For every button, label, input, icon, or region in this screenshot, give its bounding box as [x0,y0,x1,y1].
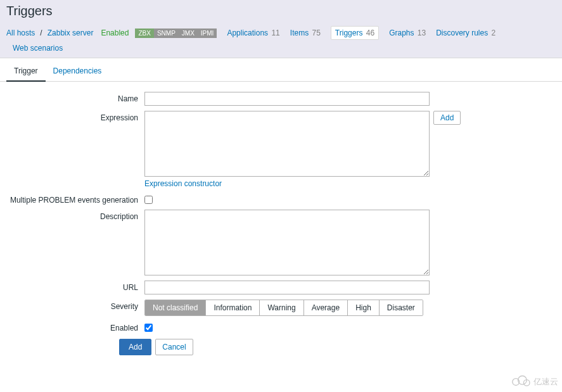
nav-applications-count: 11 [271,28,279,37]
tab-trigger[interactable]: Trigger [6,61,46,82]
label-severity: Severity [6,300,144,311]
expression-add-button[interactable]: Add [433,111,461,125]
nav-web-scenarios[interactable]: Web scenarios [13,44,63,53]
row-name: Name [6,92,556,106]
label-name: Name [6,92,144,103]
badge-zbx: ZBX [135,28,153,38]
breadcrumb-sep: / [40,28,42,37]
enabled-checkbox[interactable] [144,324,153,332]
nav-web-label: Web scenarios [13,44,63,53]
nav-graphs-label: Graphs [389,28,414,37]
add-button[interactable]: Add [119,339,151,355]
tabs: Trigger Dependencies [0,61,562,82]
nav-triggers-count: 46 [366,28,374,37]
expression-constructor-link[interactable]: Expression constructor [144,179,430,188]
url-input[interactable] [144,281,430,294]
label-enabled: Enabled [6,321,144,332]
severity-group: Not classified Information Warning Avera… [144,300,423,316]
page-title: Triggers [6,4,556,18]
row-multiple: Multiple PROBLEM events generation [6,193,556,205]
label-description: Description [6,210,144,221]
row-severity: Severity Not classified Information Warn… [6,300,556,316]
row-expression: Expression Expression constructor Add [6,111,556,188]
badge-snmp: SNMP [154,28,179,38]
multiple-checkbox[interactable] [144,196,153,204]
nav-discovery-count: 2 [492,28,496,37]
nav-triggers[interactable]: Triggers 46 [331,26,379,40]
badge-ipmi: IPMI [198,28,217,38]
protocol-badges: ZBX SNMP JMX IPMI [135,28,217,38]
nav-items[interactable]: Items 75 [290,28,321,37]
severity-information[interactable]: Information [206,300,260,315]
severity-not-classified[interactable]: Not classified [145,300,206,315]
nav-items-count: 75 [312,28,320,37]
expression-textarea[interactable] [144,111,430,177]
name-input[interactable] [144,92,430,106]
host-enabled-status: Enabled [101,28,129,37]
nav-graphs-count: 13 [418,28,426,37]
description-textarea[interactable] [144,210,430,275]
severity-high[interactable]: High [348,300,380,315]
sub-header: All hosts / Zabbix server Enabled ZBX SN… [0,21,562,58]
badge-jmx: JMX [179,28,198,38]
form-area: Name Expression Expression constructor A… [0,82,562,365]
page-header: Triggers [0,0,562,21]
breadcrumb-host[interactable]: Zabbix server [48,28,94,37]
nav-graphs[interactable]: Graphs 13 [389,28,426,37]
nav-applications-label: Applications [227,28,268,37]
severity-warning[interactable]: Warning [260,300,303,315]
nav-discovery[interactable]: Discovery rules 2 [436,28,495,37]
breadcrumb-all-hosts[interactable]: All hosts [6,28,35,37]
severity-disaster[interactable]: Disaster [380,300,423,315]
cancel-button[interactable]: Cancel [155,339,193,355]
label-expression: Expression [6,111,144,122]
severity-average[interactable]: Average [304,300,348,315]
nav-triggers-label: Triggers [335,28,363,37]
label-multiple: Multiple PROBLEM events generation [6,193,144,205]
nav-applications[interactable]: Applications 11 [227,28,279,37]
row-url: URL [6,281,556,294]
row-description: Description [6,210,556,275]
form-actions: Add Cancel [119,339,556,355]
row-enabled: Enabled [6,321,556,332]
nav-items-label: Items [290,28,309,37]
tab-dependencies[interactable]: Dependencies [46,61,110,82]
label-url: URL [6,281,144,292]
nav-discovery-label: Discovery rules [436,28,488,37]
